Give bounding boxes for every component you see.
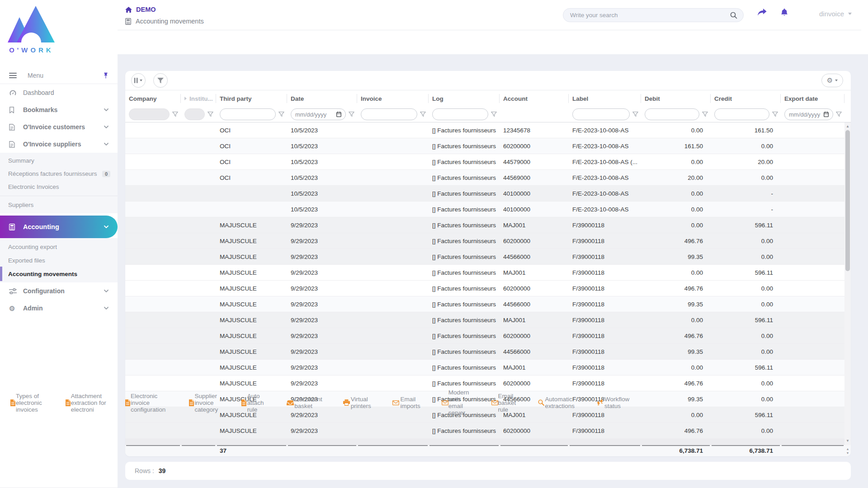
scrollbar-thumb[interactable]: [845, 130, 850, 271]
table-row[interactable]: MAJUSCULE9/29/2023[] Factures fournisseu…: [125, 312, 851, 328]
sidebar-item-o-invoice-suppliers[interactable]: O'Invoice suppliers: [0, 136, 118, 153]
filter-input-debit[interactable]: [645, 108, 699, 120]
column-header-third_party[interactable]: Third party: [216, 90, 287, 107]
filter-funnel-icon[interactable]: [772, 112, 778, 117]
table-row[interactable]: 10/5/2023[] Factures fournisseurs4010000…: [125, 186, 851, 202]
filter-input-log[interactable]: [432, 108, 488, 120]
cell-label: F/39000118: [569, 265, 641, 280]
table-row[interactable]: MAJUSCULE9/29/2023[] Factures fournisseu…: [125, 249, 851, 265]
scroll-down-icon[interactable]: ▼: [844, 438, 851, 444]
sidebar-subitem-r-ceptions-factures-fournisseurs[interactable]: Réceptions factures fournisseurs 0: [0, 167, 118, 180]
table-row[interactable]: MAJUSCULE9/29/2023[] Factures fournisseu…: [125, 265, 851, 281]
filter-funnel-icon[interactable]: [632, 112, 638, 117]
filter-funnel-icon[interactable]: [172, 112, 178, 117]
filter-funnel-icon[interactable]: [349, 112, 354, 117]
topbar: DEMO Accounting movements dinvoice: [118, 0, 868, 54]
filter-funnel-icon[interactable]: [278, 112, 284, 117]
cell-date: 9/29/2023: [287, 296, 357, 312]
sidebar-subitem-workflow-status[interactable]: Workflow status: [587, 396, 641, 409]
table-row[interactable]: OCI10/5/2023[] Factures fournisseurs1234…: [125, 122, 851, 138]
sidebar-item-accounting[interactable]: Accounting: [0, 216, 118, 238]
sidebar-subitem-exported-files[interactable]: Exported files: [0, 253, 118, 267]
sidebar-subitem-accounting-export[interactable]: Accounting export: [0, 240, 118, 253]
pin-icon[interactable]: [103, 72, 108, 79]
table-row[interactable]: MAJUSCULE9/29/2023[] Factures fournisseu…: [125, 296, 851, 312]
table-row[interactable]: 10/5/2023[] Factures fournisseurs4010000…: [125, 202, 851, 217]
user-menu[interactable]: dinvoice: [819, 10, 852, 18]
table-row[interactable]: MAJUSCULE9/29/2023[] Factures fournisseu…: [125, 233, 851, 249]
filter-funnel-icon[interactable]: [420, 112, 426, 117]
search-icon[interactable]: [730, 12, 737, 19]
table-row[interactable]: OCI10/5/2023[] Factures fournisseurs4456…: [125, 170, 851, 186]
sidebar-subitem-email-basket-rule[interactable]: Email basket rule: [481, 396, 528, 409]
sidebar-item-dashboard[interactable]: Dashboard: [0, 84, 118, 101]
sidebar-subitem-suppliers[interactable]: Suppliers: [0, 198, 118, 211]
vertical-scrollbar[interactable]: ▲ ▼: [844, 122, 851, 445]
column-header-export_date[interactable]: Export date: [781, 90, 844, 107]
sidebar-subitem-automatic-extractions[interactable]: Automatic extractions: [528, 396, 586, 409]
column-header-debit[interactable]: Debit: [641, 90, 711, 107]
column-header-log[interactable]: Log: [429, 90, 500, 107]
sidebar-subitem-auto-attach-rule[interactable]: Auto attach rule: [231, 396, 277, 409]
share-icon[interactable]: [757, 9, 767, 16]
filter-funnel-icon[interactable]: [702, 112, 708, 117]
sidebar-subitem-virtual-printers[interactable]: Virtual printers: [333, 396, 382, 409]
table-row[interactable]: MAJUSCULE9/29/2023[] Factures fournisseu…: [125, 423, 851, 439]
sidebar-subitem-electronic-invoices[interactable]: Electronic Invoices: [0, 180, 118, 193]
sidebar-subitem-accounting-movements[interactable]: Accounting movements: [0, 267, 118, 281]
column-header-company[interactable]: Company: [125, 90, 181, 107]
bell-icon[interactable]: [781, 9, 788, 16]
table-row[interactable]: MAJUSCULE9/29/2023[] Factures fournisseu…: [125, 217, 851, 233]
sidebar-subitem-email-imports[interactable]: Email imports: [382, 396, 431, 409]
hamburger-icon[interactable]: [9, 73, 17, 78]
sidebar-item-o-invoice-customers[interactable]: O'Invoice customers: [0, 118, 118, 136]
calendar-icon[interactable]: [824, 112, 829, 117]
column-header-account[interactable]: Account: [500, 90, 569, 107]
column-header-date[interactable]: Date: [287, 90, 357, 107]
search-input[interactable]: [569, 11, 730, 19]
column-header-institution[interactable]: Institu...: [181, 90, 216, 107]
column-header-label[interactable]: Label: [569, 90, 641, 107]
column-header-invoice[interactable]: Invoice: [357, 90, 429, 107]
scroll-up-icon[interactable]: ▲: [844, 123, 851, 130]
settings-button[interactable]: ⚙: [821, 74, 843, 87]
breadcrumb[interactable]: DEMO: [125, 6, 156, 13]
sidebar-subitem-types-of-electronic-invoices[interactable]: Types of electronic invoices: [0, 396, 55, 409]
sidebar-subitem-supplier-invoice-category[interactable]: Supplier invoice category: [179, 396, 231, 409]
sidebar-subitem-attachment-extraction-for-electroni[interactable]: Attachment extraction for electroni: [55, 396, 115, 409]
calendar-icon[interactable]: [336, 112, 341, 117]
columns-button[interactable]: [131, 73, 146, 88]
totals-scrollbar[interactable]: ▲ ▼: [844, 445, 851, 456]
sidebar-subitem-summary[interactable]: Summary: [0, 154, 118, 167]
table-row[interactable]: MAJUSCULE9/29/2023[] Factures fournisseu…: [125, 281, 851, 296]
table-row[interactable]: MAJUSCULE9/29/2023[] Factures fournisseu…: [125, 407, 851, 423]
filter-input-credit[interactable]: [714, 108, 769, 120]
table-row[interactable]: MAJUSCULE9/29/2023[] Factures fournisseu…: [125, 360, 851, 375]
sidebar-subitem-document-basket[interactable]: Document basket: [277, 396, 334, 409]
filter-funnel-icon[interactable]: [208, 112, 213, 117]
cell-credit: 0.00: [711, 296, 781, 312]
sidebar-subitem-electronic-invoice-configuration[interactable]: Electronic invoice configuration: [115, 396, 179, 409]
filter-input-label[interactable]: [572, 108, 630, 120]
column-header-credit[interactable]: Credit: [711, 90, 781, 107]
table-row[interactable]: MAJUSCULE9/29/2023[] Factures fournisseu…: [125, 328, 851, 344]
horizontal-scrollbar[interactable]: [125, 439, 844, 445]
sidebar-item-configuration[interactable]: Configuration: [0, 282, 118, 300]
table-row[interactable]: MAJUSCULE9/29/2023[] Factures fournisseu…: [125, 375, 851, 391]
scroll-down-icon[interactable]: ▼: [846, 451, 849, 455]
sidebar-item-bookmarks[interactable]: Bookmarks: [0, 101, 118, 118]
app-logo[interactable]: O'WORK: [0, 0, 118, 67]
filter-funnel-icon[interactable]: [491, 112, 497, 117]
scroll-up-icon[interactable]: ▲: [846, 447, 849, 450]
filter-input-invoice[interactable]: [361, 108, 417, 120]
filter-funnel-icon[interactable]: [836, 112, 842, 117]
filter-date-input-export_date[interactable]: mm/dd/yyyy: [784, 108, 833, 120]
filter-date-input-date[interactable]: mm/dd/yyyy: [291, 108, 346, 120]
sidebar-item-admin[interactable]: ⚙ Admin: [0, 300, 118, 317]
filter-button[interactable]: [153, 73, 168, 88]
table-row[interactable]: OCI10/5/2023[] Factures fournisseurs6020…: [125, 138, 851, 154]
filter-input-third_party[interactable]: [220, 108, 276, 120]
table-row[interactable]: OCI10/5/2023[] Factures fournisseurs4457…: [125, 154, 851, 170]
sidebar-subitem-modern-auth-email-server[interactable]: Modern auth email server: [432, 396, 481, 409]
table-row[interactable]: MAJUSCULE9/29/2023[] Factures fournisseu…: [125, 344, 851, 360]
